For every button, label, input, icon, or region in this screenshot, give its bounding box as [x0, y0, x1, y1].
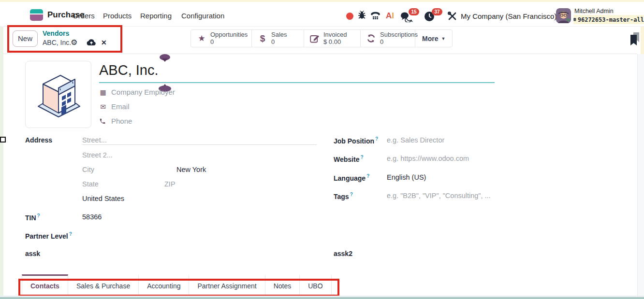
database-name: 96272653-master-all — [573, 15, 644, 24]
activities-badge: 37 — [432, 8, 442, 15]
stat-value: $ 0.00 — [323, 39, 347, 46]
tab-accounting[interactable]: Accounting — [139, 274, 189, 296]
discard-icon[interactable]: ✕ — [101, 39, 107, 46]
website-label: Website? — [334, 155, 364, 163]
tab-partner-assignment[interactable]: Partner Assignment — [189, 274, 265, 296]
tab-notes[interactable]: Notes — [265, 274, 300, 296]
help-icon: ? — [69, 231, 72, 237]
tab-sales-purchase[interactable]: Sales & Purchase — [68, 274, 139, 296]
messages-badge: 15 — [409, 8, 419, 15]
tags-input[interactable]: e.g. "B2B", "VIP", "Consulting", ... — [387, 192, 491, 199]
language-select[interactable]: English (US) — [387, 173, 426, 181]
bug-icon[interactable] — [357, 10, 366, 20]
stat-invoiced[interactable]: Invoiced $ 0.00 — [304, 30, 361, 47]
tin-label: TIN? — [25, 213, 40, 222]
city-input[interactable]: City — [82, 166, 94, 173]
record-dot-icon[interactable] — [346, 13, 353, 20]
notebook-tabs: Contacts Sales & Purchase Accounting Par… — [3, 274, 637, 296]
star-icon: ★ — [197, 33, 206, 43]
new-button[interactable]: New — [13, 30, 38, 47]
zip-input[interactable]: ZIP — [164, 180, 176, 188]
stat-value: 0 — [210, 39, 248, 46]
menu-orders[interactable]: Orders — [73, 12, 95, 20]
ai-icon[interactable]: AI — [386, 11, 394, 21]
cloud-save-icon[interactable] — [87, 39, 96, 46]
stat-label: Invoiced — [323, 31, 347, 39]
partner-name-input[interactable]: ABC, Inc. — [99, 62, 159, 78]
stat-subscriptions[interactable]: Subscriptions 0 — [361, 30, 415, 47]
help-icon: ? — [350, 192, 353, 197]
phone-field[interactable]: Phone — [99, 117, 132, 125]
assk-label: assk — [25, 250, 40, 257]
refresh-icon — [366, 34, 376, 43]
breadcrumb-vendors[interactable]: Vendors — [43, 29, 69, 37]
job-position-label: Job Position? — [334, 136, 378, 145]
title-underline — [99, 82, 495, 83]
tab-contacts[interactable]: Contacts — [22, 274, 68, 296]
company-switcher[interactable]: My Company (San Francisco) — [461, 12, 556, 20]
chevron-down-icon: ▼ — [441, 36, 445, 41]
dollar-icon: $ — [258, 33, 267, 44]
street-underline — [82, 144, 317, 145]
window-left-strip — [0, 27, 3, 299]
stat-opportunities[interactable]: ★ Opportunities 0 — [191, 30, 252, 47]
website-input[interactable]: e.g. https://www.odoo.com — [387, 155, 469, 162]
address-label: Address — [25, 136, 52, 144]
assk2-label: assk2 — [334, 250, 352, 257]
help-icon: ? — [37, 213, 40, 218]
street2-input[interactable]: Street 2... — [82, 151, 113, 159]
gear-icon[interactable]: ⚙ — [71, 38, 77, 47]
menu-configuration[interactable]: Configuration — [181, 12, 224, 20]
country-input[interactable]: United States — [82, 195, 124, 202]
company-building-icon: ▦ — [99, 88, 107, 96]
top-navbar: Purchase Orders Products Reporting Confi… — [0, 2, 644, 27]
stat-label: Sales — [271, 31, 287, 39]
email-placeholder: Email — [111, 102, 130, 111]
state-input[interactable]: State — [82, 180, 99, 188]
tour-pointer-top — [160, 54, 170, 62]
help-icon: ? — [375, 136, 378, 142]
tools-icon[interactable] — [447, 11, 457, 21]
database-label: 96272653-master-all — [578, 16, 644, 23]
user-name[interactable]: Mitchell Admin — [574, 8, 614, 14]
right-gutter — [637, 54, 644, 297]
menu-reporting[interactable]: Reporting — [140, 12, 172, 20]
form-sheet: ABC, Inc. ▦ Company Employer ✉ Email Pho… — [3, 54, 637, 296]
ai-logo-text: AI — [386, 11, 394, 20]
building-illustration — [33, 67, 84, 123]
tab-ubo[interactable]: UBO — [300, 274, 331, 296]
email-icon: ✉ — [99, 103, 107, 111]
stat-value: 0 — [271, 39, 287, 46]
tin-input[interactable]: 58366 — [82, 213, 102, 221]
more-button[interactable]: More ▼ — [415, 30, 452, 47]
purchase-app-icon[interactable] — [30, 9, 43, 21]
help-icon: ? — [366, 173, 369, 179]
stat-sales[interactable]: $ Sales 0 — [252, 30, 304, 47]
bottom-teal-line — [0, 297, 644, 299]
company-type-field[interactable]: ▦ Company Employer — [99, 88, 175, 96]
odoo-purchase-window: Purchase Orders Products Reporting Confi… — [0, 0, 644, 299]
company-type-placeholder: Company Employer — [111, 88, 175, 96]
job-position-input[interactable]: e.g. Sales Director — [387, 136, 444, 144]
invoice-edit-icon — [310, 34, 320, 43]
city-row-value[interactable]: New York — [176, 166, 206, 173]
tags-label: Tags? — [334, 192, 353, 200]
more-label: More — [422, 35, 438, 43]
user-avatar[interactable]: ✈ — [556, 8, 571, 23]
breadcrumb-current: ABC, Inc. — [43, 39, 71, 46]
email-field[interactable]: ✉ Email — [99, 102, 130, 111]
phone-icon — [99, 118, 107, 125]
stat-button-group: ★ Opportunities 0 $ Sales 0 Invoiced — [190, 29, 453, 47]
partner-level-label: Partner Level? — [25, 231, 72, 240]
street-input[interactable]: Street... — [82, 136, 107, 144]
stat-label: Opportunities — [210, 31, 248, 39]
phone-placeholder: Phone — [111, 117, 132, 125]
stat-label: Subscriptions — [380, 31, 418, 39]
help-icon: ? — [360, 155, 363, 160]
menu-products[interactable]: Products — [103, 12, 132, 20]
database-icon — [573, 16, 576, 23]
phone-dial-icon[interactable] — [369, 10, 381, 21]
bookmark-icon[interactable] — [629, 32, 640, 45]
annotation-handle — [0, 137, 6, 142]
partner-image[interactable] — [25, 61, 91, 128]
